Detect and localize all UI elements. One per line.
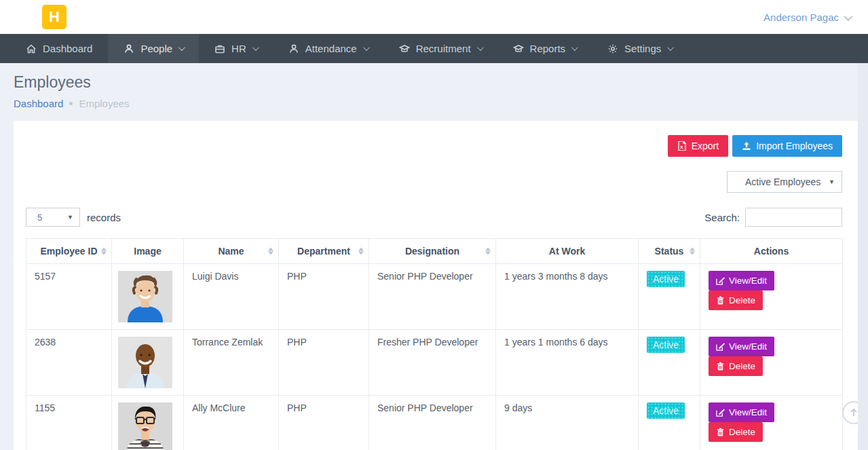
filter-row: Active Employees ▼ (26, 171, 842, 193)
chevron-down-icon (178, 44, 185, 51)
delete-label: Delete (729, 361, 755, 371)
view-edit-button[interactable]: View/Edit (709, 337, 774, 356)
delete-button[interactable]: Delete (709, 356, 763, 376)
sort-icon (485, 248, 491, 255)
column-header-image[interactable]: Image (112, 239, 184, 264)
import-label: Import Employees (756, 140, 833, 151)
cell-at-work: 1 years 3 months 8 days (496, 264, 639, 330)
breadcrumb: Dashboard Employees (14, 98, 854, 109)
cell-designation: Senior PHP Developer (369, 264, 496, 330)
sort-icon (690, 248, 695, 255)
table-row: 1155 (26, 396, 843, 450)
breadcrumb-separator (69, 102, 73, 105)
chevron-down-icon (844, 12, 853, 20)
app-logo[interactable]: H (42, 5, 67, 29)
cell-image (112, 264, 184, 330)
column-header-department[interactable]: Department (279, 239, 369, 264)
scrollbar[interactable] (858, 63, 868, 450)
top-bar: H Anderson Pagac (0, 0, 868, 34)
cell-designation: Fresher PHP Developer (369, 330, 496, 396)
employee-photo (118, 337, 172, 388)
trash-icon (716, 362, 725, 371)
view-edit-label: View/Edit (729, 276, 767, 286)
employees-table: Employee ID Image Name Department Design… (26, 238, 843, 450)
view-edit-button[interactable]: View/Edit (709, 402, 774, 422)
nav-label: HR (231, 43, 246, 54)
page-head: Employees Dashboard Employees (0, 63, 868, 109)
dropdown-arrow-icon: ▼ (67, 214, 73, 221)
cell-image (112, 330, 184, 396)
nav-label: Dashboard (43, 43, 92, 54)
nav-item-reports[interactable]: Reports (497, 34, 592, 63)
chevron-down-icon (571, 44, 578, 51)
chevron-down-icon (252, 44, 259, 51)
cell-name: Ally McClure (184, 396, 279, 450)
view-edit-label: View/Edit (729, 407, 767, 417)
cell-name: Torrance Zemlak (184, 330, 279, 396)
table-controls: 5 ▼ records Search: (26, 208, 842, 227)
table-row: 2638 Torrance Zemlak PHP Fresher PHP Dev… (26, 330, 843, 396)
cell-at-work: 9 days (496, 396, 639, 450)
column-header-status[interactable]: Status (639, 239, 700, 264)
nav-item-hr[interactable]: HR (199, 34, 273, 63)
nav-item-dashboard[interactable]: Dashboard (10, 34, 108, 63)
breadcrumb-current: Employees (79, 98, 129, 109)
delete-label: Delete (729, 427, 755, 437)
delete-label: Delete (729, 295, 755, 305)
employees-panel: x Export Import Employees Active Employe… (14, 121, 858, 450)
nav-item-people[interactable]: People (108, 34, 199, 63)
home-icon (26, 43, 37, 54)
column-header-name[interactable]: Name (184, 239, 279, 264)
edit-icon (716, 408, 725, 417)
import-employees-button[interactable]: Import Employees (732, 135, 842, 157)
cell-at-work: 1 years 1 months 6 days (496, 330, 639, 396)
user-menu[interactable]: Anderson Pagac (763, 12, 850, 23)
status-badge: Active (647, 337, 685, 353)
employee-photo (118, 271, 172, 322)
export-button[interactable]: x Export (668, 135, 728, 157)
cell-designation: Senior PHP Developer (369, 396, 496, 450)
cell-department: PHP (279, 330, 369, 396)
cell-employee-id: 5157 (26, 264, 112, 330)
sort-icon (101, 248, 107, 255)
column-header-at-work[interactable]: At Work (496, 239, 639, 264)
employee-filter-select[interactable]: Active Employees ▼ (727, 171, 842, 193)
chevron-down-icon (477, 44, 484, 51)
nav-label: Settings (624, 43, 661, 54)
trash-icon (716, 428, 725, 436)
filter-value: Active Employees (745, 176, 820, 187)
search-input[interactable] (745, 208, 842, 227)
nav-item-recruitment[interactable]: Recruitment (383, 34, 497, 63)
graduation-cap-icon (513, 43, 524, 54)
column-header-designation[interactable]: Designation (369, 239, 496, 264)
cell-actions: View/Edit Delete (700, 330, 843, 396)
records-value: 5 (37, 212, 42, 223)
main-nav: Dashboard People HR Attendance Recruitme… (0, 34, 868, 63)
table-row: 5157 Luigi Davis PHP Senior PHP (26, 264, 843, 330)
nav-item-settings[interactable]: Settings (592, 34, 687, 63)
page-title: Employees (14, 73, 854, 92)
delete-button[interactable]: Delete (709, 290, 763, 310)
breadcrumb-dashboard-link[interactable]: Dashboard (14, 98, 63, 109)
nav-label: Attendance (305, 43, 357, 54)
column-header-employee-id[interactable]: Employee ID (26, 239, 112, 264)
nav-item-attendance[interactable]: Attendance (273, 34, 383, 63)
view-edit-button[interactable]: View/Edit (709, 271, 774, 290)
cell-status: Active (639, 264, 700, 330)
gear-icon (607, 43, 618, 54)
cell-name: Luigi Davis (184, 264, 279, 330)
cell-employee-id: 2638 (26, 330, 112, 396)
delete-button[interactable]: Delete (709, 422, 763, 442)
records-per-page-select[interactable]: 5 ▼ (26, 208, 80, 227)
briefcase-icon (214, 43, 225, 54)
user-name: Anderson Pagac (763, 12, 839, 23)
edit-icon (716, 342, 725, 351)
sort-icon (268, 248, 273, 255)
cell-status: Active (639, 396, 700, 450)
employee-photo (118, 402, 172, 450)
cell-status: Active (639, 330, 700, 396)
export-label: Export (692, 140, 719, 151)
nav-label: Recruitment (416, 43, 471, 54)
cell-department: PHP (279, 264, 369, 330)
cell-image (112, 396, 184, 450)
